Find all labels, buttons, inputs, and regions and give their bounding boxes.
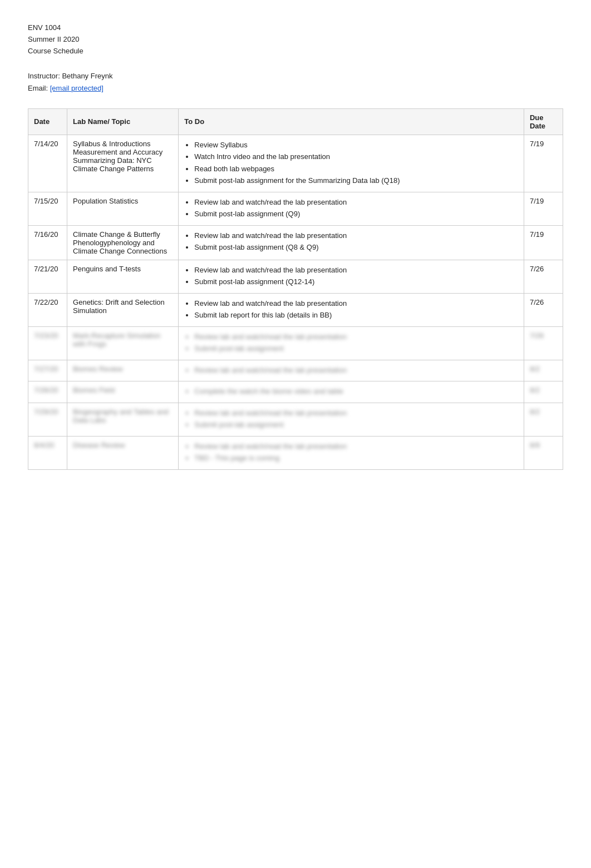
cell-date: 7/22/20	[28, 293, 67, 326]
todo-item: Review lab and watch/read the lab presen…	[194, 265, 518, 276]
cell-todo: Review lab and watch/read the lab presen…	[179, 436, 524, 469]
table-row: 7/28/20Biomes FieldComplete the watch th…	[28, 381, 563, 403]
cell-due: 7/19	[524, 225, 563, 260]
cell-date: 8/4/20	[28, 436, 67, 469]
todo-item: Review lab and watch/read the lab presen…	[194, 331, 518, 343]
semester: Summer II 2020	[28, 34, 563, 46]
todo-item: Submit post-lab assignment for the Summa…	[194, 175, 518, 186]
todo-item: Submit post-lab assignment (Q8 & Q9)	[194, 242, 518, 253]
cell-due: 7/19	[524, 135, 563, 192]
cell-date: 7/27/20	[28, 360, 67, 381]
cell-date: 7/16/20	[28, 225, 67, 260]
cell-lab: Biomes Review	[67, 360, 179, 381]
cell-lab: Syllabus & IntroductionsMeasurement and …	[67, 135, 179, 192]
todo-item: TBD - This page is coming	[194, 453, 518, 464]
cell-todo: Review SyllabusWatch Intro video and the…	[179, 135, 524, 192]
cell-due: 7/26	[524, 326, 563, 360]
table-row: 7/16/20Climate Change & Butterfly Phenol…	[28, 225, 563, 260]
table-row: 7/29/20Biogeography and Tables and Data …	[28, 403, 563, 436]
instructor-label: Instructor:	[28, 72, 60, 80]
col-header-lab: Lab Name/ Topic	[67, 108, 179, 135]
cell-due: 7/26	[524, 293, 563, 326]
cell-date: 7/28/20	[28, 381, 67, 403]
cell-lab: Biogeography and Tables and Data Labs	[67, 403, 179, 436]
todo-item: Review lab and watch/read the lab presen…	[194, 408, 518, 419]
instructor-name: Bethany Freynk	[62, 72, 112, 80]
todo-item: Submit post-lab assignment	[194, 419, 518, 430]
cell-todo: Review lab and watch/read the lab presen…	[179, 260, 524, 293]
cell-lab: Penguins and T-tests	[67, 260, 179, 293]
cell-date: 7/15/20	[28, 192, 67, 225]
table-row: 8/4/20Disease ReviewReview lab and watch…	[28, 436, 563, 469]
cell-due: 7/26	[524, 260, 563, 293]
table-row: 7/14/20Syllabus & IntroductionsMeasureme…	[28, 135, 563, 192]
todo-item: Read both lab webpages	[194, 163, 518, 175]
todo-item: Watch Intro video and the lab presentati…	[194, 151, 518, 162]
table-row: 7/22/20Genetics: Drift and Selection Sim…	[28, 293, 563, 326]
cell-todo: Review lab and watch/read the lab presen…	[179, 326, 524, 360]
cell-todo: Review lab and watch/read the lab presen…	[179, 192, 524, 225]
cell-lab: Disease Review	[67, 436, 179, 469]
todo-item: Review Syllabus	[194, 140, 518, 151]
email-line: Email: [email protected]	[28, 82, 563, 95]
instructor-line: Instructor: Bethany Freynk	[28, 70, 563, 82]
cell-due: 8/9	[524, 436, 563, 469]
todo-item: Submit post-lab assignment (Q9)	[194, 209, 518, 220]
cell-todo: Review lab and watch/read the lab presen…	[179, 403, 524, 436]
todo-item: Review lab and watch/read the lab presen…	[194, 441, 518, 452]
table-header-row: Date Lab Name/ Topic To Do Due Date	[28, 108, 563, 135]
col-header-date: Date	[28, 108, 67, 135]
cell-todo: Review lab and watch/read the lab presen…	[179, 225, 524, 260]
cell-lab: Biomes Field	[67, 381, 179, 403]
col-header-due: Due Date	[524, 108, 563, 135]
cell-due: 7/19	[524, 192, 563, 225]
table-row: 7/21/20Penguins and T-testsReview lab an…	[28, 260, 563, 293]
todo-item: Submit post-lab assignment (Q12-14)	[194, 276, 518, 287]
todo-item: Review lab and watch/read the lab presen…	[194, 298, 518, 309]
cell-date: 7/23/20	[28, 326, 67, 360]
table-row: 7/23/20Mark-Recapture Simulation with Fr…	[28, 326, 563, 360]
table-row: 7/15/20Population StatisticsReview lab a…	[28, 192, 563, 225]
cell-lab: Climate Change & Butterfly Phenologyphen…	[67, 225, 179, 260]
email-link[interactable]: [email protected]	[50, 84, 104, 92]
todo-item: Submit lab report for this lab (details …	[194, 310, 518, 321]
cell-lab: Mark-Recapture Simulation with Frogs	[67, 326, 179, 360]
cell-todo: Review lab and watch/read the lab presen…	[179, 360, 524, 381]
course-header: ENV 1004 Summer II 2020 Course Schedule	[28, 22, 563, 57]
cell-date: 7/29/20	[28, 403, 67, 436]
todo-item: Review lab and watch/read the lab presen…	[194, 230, 518, 241]
cell-due: 8/2	[524, 381, 563, 403]
instructor-info: Instructor: Bethany Freynk Email: [email…	[28, 70, 563, 95]
todo-item: Review lab and watch/read the lab presen…	[194, 197, 518, 208]
cell-due: 8/2	[524, 360, 563, 381]
col-header-todo: To Do	[179, 108, 524, 135]
cell-lab: Genetics: Drift and Selection Simulation	[67, 293, 179, 326]
cell-todo: Complete the watch the biome video and t…	[179, 381, 524, 403]
cell-date: 7/21/20	[28, 260, 67, 293]
table-row: 7/27/20Biomes ReviewReview lab and watch…	[28, 360, 563, 381]
todo-item: Review lab and watch/read the lab presen…	[194, 365, 518, 376]
cell-todo: Review lab and watch/read the lab presen…	[179, 293, 524, 326]
cell-due: 8/2	[524, 403, 563, 436]
todo-item: Submit post-lab assignment	[194, 343, 518, 354]
cell-date: 7/14/20	[28, 135, 67, 192]
schedule-table: Date Lab Name/ Topic To Do Due Date 7/14…	[28, 108, 563, 470]
cell-lab: Population Statistics	[67, 192, 179, 225]
schedule-label: Course Schedule	[28, 46, 563, 57]
todo-item: Complete the watch the biome video and t…	[194, 386, 518, 397]
email-label: Email:	[28, 84, 48, 92]
course-name: ENV 1004	[28, 22, 563, 34]
